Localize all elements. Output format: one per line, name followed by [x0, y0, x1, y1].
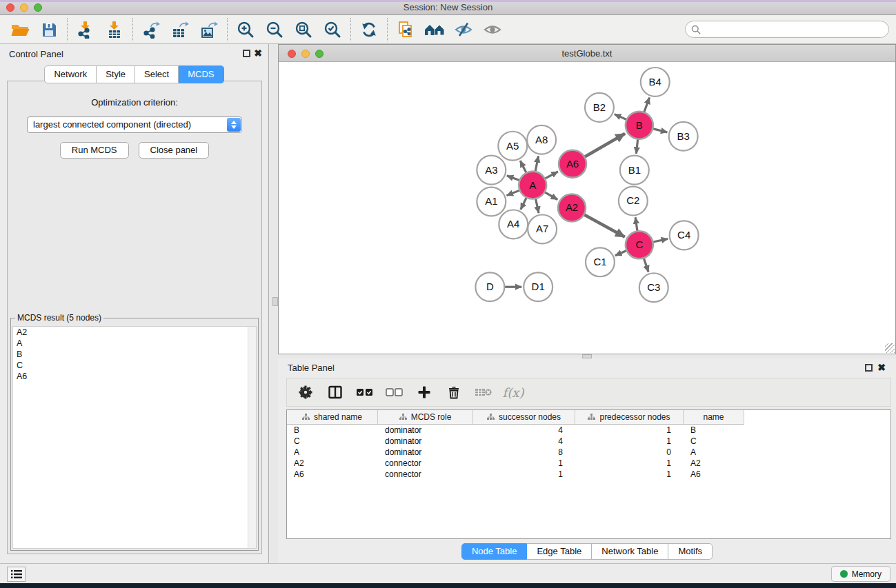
- import-network-button[interactable]: [71, 17, 100, 42]
- task-history-button[interactable]: [7, 567, 26, 582]
- save-session-button[interactable]: [34, 17, 63, 42]
- table-cell[interactable]: 1: [575, 425, 684, 436]
- node-table[interactable]: shared nameMCDS rolesuccessor nodesprede…: [286, 409, 891, 539]
- table-cell[interactable]: connector: [378, 469, 473, 480]
- tab-network[interactable]: Network: [44, 65, 97, 83]
- table-cell[interactable]: 1: [575, 469, 684, 480]
- close-panel-icon[interactable]: ✖: [254, 48, 262, 59]
- table-cell[interactable]: B: [684, 425, 744, 436]
- node-B4[interactable]: B4: [641, 68, 670, 97]
- table-cell[interactable]: connector: [378, 458, 473, 469]
- table-cell[interactable]: 1: [473, 458, 575, 469]
- network-canvas[interactable]: B4B2BB3A5A8A6B1A3AA1C2A2A4A7C4CC1DD1C3: [279, 62, 895, 354]
- node-C1[interactable]: C1: [586, 247, 615, 276]
- node-A4[interactable]: A4: [499, 210, 528, 239]
- table-cell[interactable]: A: [684, 447, 744, 458]
- table-cell[interactable]: C: [684, 436, 744, 447]
- vertical-splitter-handle[interactable]: [272, 297, 278, 306]
- close-panel-button[interactable]: Close panel: [139, 142, 210, 159]
- float-table-panel-icon[interactable]: [865, 364, 873, 372]
- column-header-shared-name[interactable]: shared name: [287, 410, 378, 425]
- window-resize-grip[interactable]: [885, 343, 895, 353]
- node-A5[interactable]: A5: [498, 132, 527, 161]
- show-graphics-details-button[interactable]: [478, 17, 507, 42]
- node-B1[interactable]: B1: [620, 156, 649, 185]
- result-item[interactable]: B: [13, 349, 256, 360]
- select-all-button[interactable]: [353, 381, 377, 404]
- delete-row-button[interactable]: [442, 381, 466, 404]
- node-C3[interactable]: C3: [639, 273, 668, 302]
- table-cell[interactable]: 1: [473, 469, 575, 480]
- node-A[interactable]: A: [519, 172, 546, 199]
- table-cell[interactable]: B: [287, 425, 378, 436]
- node-A6[interactable]: A6: [559, 150, 586, 178]
- table-row[interactable]: A2connector11A2: [287, 458, 890, 469]
- table-cell[interactable]: 1: [575, 458, 684, 469]
- tab-style[interactable]: Style: [97, 65, 135, 83]
- open-session-button[interactable]: [6, 17, 34, 42]
- table-row[interactable]: Bdominator41B: [287, 425, 890, 436]
- tab-edge-table[interactable]: Edge Table: [527, 543, 592, 560]
- table-row[interactable]: Adominator80A: [287, 447, 890, 458]
- table-cell[interactable]: A6: [287, 469, 378, 480]
- node-B[interactable]: B: [626, 112, 653, 139]
- tab-network-table[interactable]: Network Table: [592, 543, 668, 560]
- function-builder-button[interactable]: f(x): [501, 381, 525, 404]
- table-row[interactable]: Cdominator41C: [287, 436, 890, 447]
- node-D[interactable]: D: [475, 272, 504, 301]
- table-cell[interactable]: A2: [287, 458, 378, 469]
- node-B2[interactable]: B2: [585, 93, 614, 122]
- table-cell[interactable]: 4: [473, 436, 575, 447]
- table-cell[interactable]: A6: [684, 469, 744, 480]
- add-row-button[interactable]: [412, 381, 436, 404]
- export-network-button[interactable]: [137, 17, 166, 42]
- node-A1[interactable]: A1: [477, 187, 506, 216]
- zoom-in-button[interactable]: [231, 17, 260, 42]
- node-A8[interactable]: A8: [527, 125, 556, 154]
- node-C4[interactable]: C4: [670, 221, 699, 250]
- zoom-selected-button[interactable]: [318, 17, 347, 42]
- mcds-result-list[interactable]: A2ABCA6: [12, 326, 257, 549]
- import-table-button[interactable]: [100, 17, 129, 42]
- node-C[interactable]: C: [626, 231, 653, 258]
- tab-motifs[interactable]: Motifs: [668, 543, 713, 560]
- result-item[interactable]: C: [13, 360, 256, 371]
- deselect-all-button[interactable]: [383, 381, 406, 404]
- table-cell[interactable]: A: [287, 447, 378, 458]
- zoom-out-button[interactable]: [260, 17, 289, 42]
- tab-select[interactable]: Select: [135, 65, 179, 83]
- close-table-panel-icon[interactable]: ✖: [877, 362, 886, 373]
- export-table-button[interactable]: [166, 17, 195, 42]
- column-header-successor-nodes[interactable]: successor nodes: [473, 410, 575, 425]
- table-options-button[interactable]: [294, 381, 317, 404]
- node-A7[interactable]: A7: [528, 214, 557, 243]
- search-box[interactable]: [685, 21, 889, 38]
- home-button[interactable]: [420, 17, 449, 42]
- table-cell[interactable]: 1: [575, 436, 684, 447]
- search-input[interactable]: [701, 24, 888, 34]
- table-cell[interactable]: C: [287, 436, 378, 447]
- table-cell[interactable]: 4: [473, 425, 575, 436]
- table-cell[interactable]: 0: [575, 447, 684, 458]
- export-image-button[interactable]: [195, 17, 223, 42]
- result-scrollbar[interactable]: [248, 327, 256, 548]
- table-cell[interactable]: dominator: [378, 436, 473, 447]
- clone-network-view-button[interactable]: [391, 17, 420, 42]
- table-row[interactable]: A6connector11A6: [287, 469, 890, 480]
- table-cell[interactable]: A2: [684, 458, 744, 469]
- hide-graphics-details-button[interactable]: [449, 17, 478, 42]
- node-C2[interactable]: C2: [619, 187, 648, 216]
- zoom-fit-button[interactable]: [289, 17, 318, 42]
- node-A3[interactable]: A3: [477, 156, 506, 185]
- node-B3[interactable]: B3: [669, 122, 698, 151]
- refresh-button[interactable]: [355, 17, 384, 42]
- result-item[interactable]: A: [13, 338, 256, 349]
- criterion-select[interactable]: largest connected component (directed): [27, 116, 242, 133]
- memory-button[interactable]: Memory: [831, 566, 890, 582]
- float-panel-icon[interactable]: [243, 50, 250, 57]
- column-visibility-button[interactable]: [323, 381, 347, 404]
- table-cell[interactable]: dominator: [378, 447, 473, 458]
- column-header-name[interactable]: name: [684, 410, 744, 425]
- column-header-predecessor-nodes[interactable]: predecessor nodes: [575, 410, 684, 425]
- tab-node-table[interactable]: Node Table: [461, 543, 528, 560]
